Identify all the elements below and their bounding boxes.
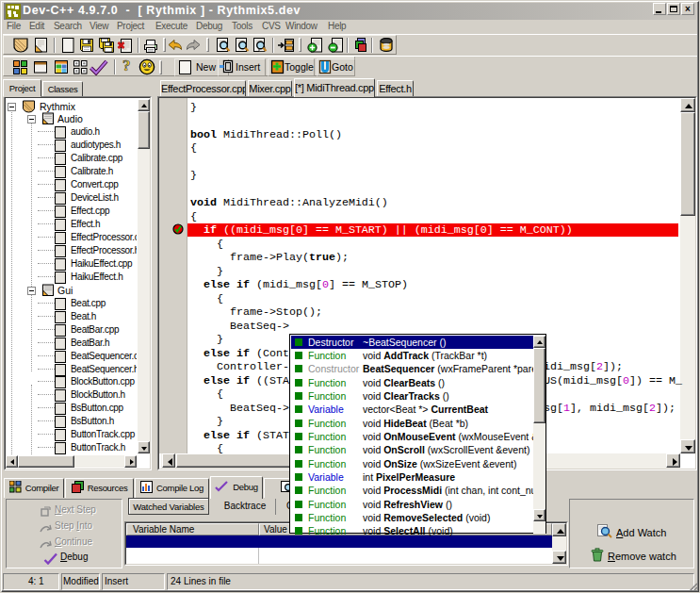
svg-text:?: ? bbox=[122, 57, 131, 74]
